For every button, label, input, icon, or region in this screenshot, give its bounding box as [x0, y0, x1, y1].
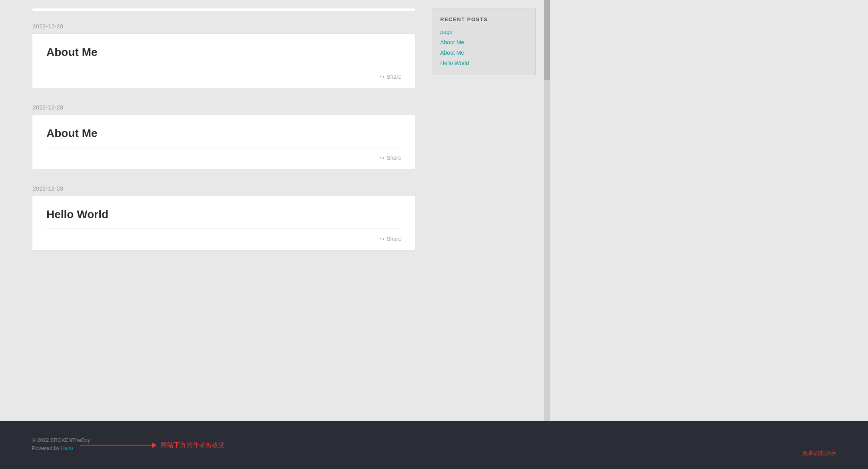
share-button-3[interactable]: ↪ Share — [380, 236, 401, 242]
recent-post-link-about-me-2[interactable]: About Me — [440, 50, 464, 56]
footer-powered-prefix: Powered by — [32, 445, 61, 451]
post-date-1: 2022-12-28 — [32, 23, 416, 30]
sidebar: RECENT POSTS page About Me About Me Hell… — [424, 0, 544, 421]
post-group-3: 2022-12-28 Hello World ↪ Share — [32, 185, 416, 250]
recent-post-link-page[interactable]: page — [440, 29, 453, 35]
recent-posts-list: page About Me About Me Hello World — [440, 28, 527, 67]
recent-post-link-about-me-1[interactable]: About Me — [440, 39, 464, 46]
share-button-2[interactable]: ↪ Share — [380, 155, 401, 161]
share-icon-2: ↪ — [380, 155, 385, 161]
footer-hexo-link[interactable]: Hexo — [61, 445, 73, 451]
site-footer: © 2022 BROKENTheBoy Powered by Hexo 网站下方… — [0, 421, 868, 469]
top-partial-card — [32, 8, 416, 11]
post-card-2: About Me ↪ Share — [32, 115, 416, 169]
post-group-2: 2022-12-28 About Me ↪ Share — [32, 104, 416, 169]
list-item: Hello World — [440, 60, 527, 67]
recent-post-link-hello-world[interactable]: Hello World — [440, 60, 469, 66]
list-item: About Me — [440, 39, 527, 46]
post-title-1[interactable]: About Me — [46, 46, 401, 66]
share-label-3: Share — [387, 236, 401, 242]
post-card-3: Hello World ↪ Share — [32, 196, 416, 250]
list-item: page — [440, 28, 527, 36]
post-footer-3: ↪ Share — [46, 236, 401, 242]
post-group-1: 2022-12-28 About Me ↪ Share — [32, 23, 416, 88]
recent-posts-title: RECENT POSTS — [440, 16, 527, 22]
post-date-3: 2022-12-28 — [32, 185, 416, 192]
post-footer-1: ↪ Share — [46, 74, 401, 80]
post-title-2[interactable]: About Me — [46, 127, 401, 147]
arrow-tip — [152, 442, 157, 448]
post-date-2: 2022-12-28 — [32, 104, 416, 111]
arrow-line — [80, 442, 157, 448]
list-item: About Me — [440, 49, 527, 56]
share-label-1: Share — [387, 74, 401, 80]
post-footer-2: ↪ Share — [46, 155, 401, 161]
share-label-2: Share — [387, 155, 401, 161]
post-card-1: About Me ↪ Share — [32, 34, 416, 88]
footer-note-right: 效果如图所示 — [802, 450, 836, 457]
annotation-text: 网站下方的作者名改变 — [161, 441, 225, 449]
recent-posts-widget: RECENT POSTS page About Me About Me Hell… — [432, 8, 536, 75]
scrollbar-thumb[interactable] — [544, 0, 550, 80]
share-icon-1: ↪ — [380, 74, 385, 80]
scrollbar-track[interactable] — [544, 0, 550, 421]
post-title-3[interactable]: Hello World — [46, 208, 401, 229]
arrow-body — [80, 445, 152, 445]
annotation-wrapper: 网站下方的作者名改变 — [80, 441, 225, 449]
share-button-1[interactable]: ↪ Share — [380, 74, 401, 80]
share-icon-3: ↪ — [380, 236, 385, 242]
